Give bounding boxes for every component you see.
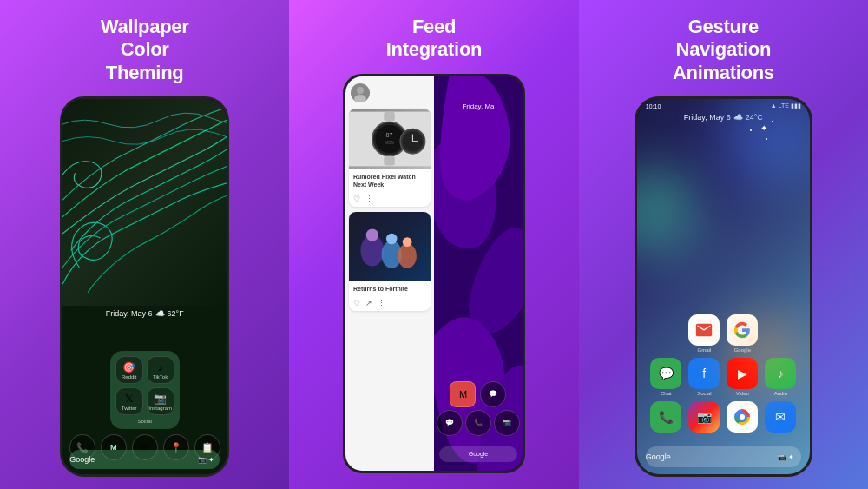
search-icons-left: 📷 ✦	[198, 456, 214, 464]
share-icon-2[interactable]: ↗	[365, 299, 372, 307]
home-panel: Friday, Ma M 💬 💬 📞 📷 Google	[434, 76, 523, 471]
gmail-label: Gmail	[697, 347, 711, 353]
left-weather-icon: ☁️	[155, 309, 165, 318]
search-label-left: Google	[69, 455, 95, 464]
chat-icon-mid[interactable]: 💬	[480, 381, 506, 407]
social-label: Social	[697, 391, 711, 396]
right-app-row-3: 📞 📷 ✉	[648, 401, 799, 434]
social-group-label: Social	[115, 419, 174, 424]
feed-card-watch-title: Rumored Pixel Watch Next Week	[349, 169, 431, 192]
social-icon-mid[interactable]: 💬	[437, 410, 463, 436]
video-label: Video	[736, 391, 749, 396]
star-1	[750, 129, 752, 131]
wallpaper-bg	[62, 99, 227, 306]
home-apps-middle: M 💬 💬 📞 📷	[437, 381, 520, 436]
phone-icon-right[interactable]: 📞	[650, 401, 681, 433]
tiktok-icon[interactable]: ♪ TikTok	[147, 356, 174, 384]
home-app-row-2: 💬 📞 📷	[437, 410, 520, 436]
star-3	[766, 138, 767, 140]
home-app-row-1: M 💬	[450, 381, 506, 407]
feed-card-game-actions: ♡ ↗ ⋮	[349, 296, 431, 311]
left-temp: 62°F	[168, 309, 184, 318]
svg-point-16	[386, 234, 398, 245]
glow-3	[732, 318, 801, 387]
panel-middle: FeedIntegration	[289, 0, 578, 489]
screen-middle: 07 MON Rumored Pixel Watch Next	[345, 76, 523, 471]
svg-text:07: 07	[386, 132, 393, 139]
search-icons-right: 📷 ✦	[778, 453, 794, 461]
more-icon-2[interactable]: ⋮	[378, 299, 385, 307]
messages-icon-right[interactable]: ✉	[765, 401, 796, 433]
feed-header	[345, 76, 434, 106]
social-item: f Social	[688, 358, 720, 396]
gmail-icon-mid[interactable]: M	[450, 381, 476, 407]
svg-point-18	[403, 237, 412, 247]
chat-item: 💬 Chat	[650, 358, 681, 396]
search-bar-mid[interactable]: Google	[439, 446, 517, 462]
phone-middle: 07 MON Rumored Pixel Watch Next	[343, 74, 525, 473]
twitter-icon[interactable]: 𝕏 Twitter	[115, 387, 143, 415]
social-icon-right[interactable]: f	[688, 358, 720, 389]
screen-right: ✦ 10:10 ▲ LTE ▮▮▮ Friday, May 6 ☁️ 24°C	[637, 99, 810, 474]
share-icon[interactable]: ⋮	[365, 195, 373, 203]
phone-item: 📞	[650, 401, 681, 434]
date-bar-left: Friday, May 6 ☁️ 62°F	[62, 306, 227, 321]
svg-point-21	[740, 414, 745, 420]
like-icon-2[interactable]: ♡	[353, 299, 360, 307]
feed-panel: 07 MON Rumored Pixel Watch Next	[345, 76, 434, 471]
panel-right-title: GestureNavigationAnimations	[673, 16, 774, 84]
search-bar-left[interactable]: Google 📷 ✦	[69, 450, 220, 469]
app-grid-left: 🎯 Reddit ♪ TikTok 𝕏 Twitter 📷 Instagram	[110, 351, 180, 429]
feed-card-game-img	[349, 212, 431, 281]
chrome-icon-right[interactable]	[727, 401, 758, 433]
feed-avatar	[351, 83, 370, 102]
search-bar-right[interactable]: Google 📷 ✦	[646, 446, 801, 467]
left-date: Friday, May 6	[106, 309, 153, 318]
panel-left-title: WallpaperColorTheming	[101, 16, 189, 84]
messages-item: ✉	[765, 401, 796, 434]
phone-left: Friday, May 6 ☁️ 62°F 🎯 Reddit ♪ TikTok	[60, 96, 229, 477]
camera-icon-right[interactable]: 📷	[688, 401, 720, 433]
gmail-item: Gmail	[688, 314, 720, 353]
svg-point-0	[357, 87, 364, 94]
feed-card-watch-actions: ♡ ⋮	[349, 192, 431, 207]
svg-point-17	[398, 243, 416, 268]
gmail-icon-right[interactable]	[688, 314, 720, 346]
star-2	[772, 121, 773, 122]
chat-icon-right[interactable]: 💬	[650, 358, 681, 389]
screen-left: Friday, May 6 ☁️ 62°F 🎯 Reddit ♪ TikTok	[62, 99, 227, 474]
feed-card-watch: 07 MON Rumored Pixel Watch Next	[349, 109, 431, 207]
time-display: 10:10	[646, 103, 661, 109]
camera-icon-mid[interactable]: 📷	[494, 410, 520, 436]
reddit-icon[interactable]: 🎯 Reddit	[115, 356, 143, 384]
like-icon[interactable]: ♡	[353, 195, 360, 203]
svg-rect-7	[384, 155, 395, 165]
chrome-item	[727, 401, 758, 434]
search-label-right: Google	[646, 453, 671, 461]
feed-card-game-title: Returns to Fortnite	[349, 281, 431, 296]
instagram-icon[interactable]: 📷 Instagram	[147, 387, 174, 415]
star-sparkle: ✦	[760, 123, 767, 133]
chat-label: Chat	[661, 391, 672, 396]
panel-right: GestureNavigationAnimations ✦ 10:10 ▲ LT…	[579, 0, 868, 489]
panel-left: WallpaperColorTheming	[0, 0, 289, 489]
camera-item: 📷	[688, 401, 720, 434]
feed-card-watch-img: 07 MON	[349, 109, 431, 169]
feed-card-game: Returns to Fortnite ♡ ↗ ⋮	[349, 212, 431, 311]
home-date-middle: Friday, Ma	[434, 102, 523, 110]
svg-point-14	[366, 228, 378, 241]
svg-point-1	[354, 95, 366, 102]
phone-right: ✦ 10:10 ▲ LTE ▮▮▮ Friday, May 6 ☁️ 24°C	[635, 96, 812, 477]
phone-icon-mid[interactable]: 📞	[465, 410, 491, 436]
social-group: 🎯 Reddit ♪ TikTok 𝕏 Twitter 📷 Instagram	[110, 351, 180, 429]
panel-middle-title: FeedIntegration	[386, 16, 482, 62]
audio-label: Audio	[774, 391, 787, 396]
svg-rect-8	[384, 111, 395, 121]
svg-text:MON: MON	[385, 141, 393, 145]
